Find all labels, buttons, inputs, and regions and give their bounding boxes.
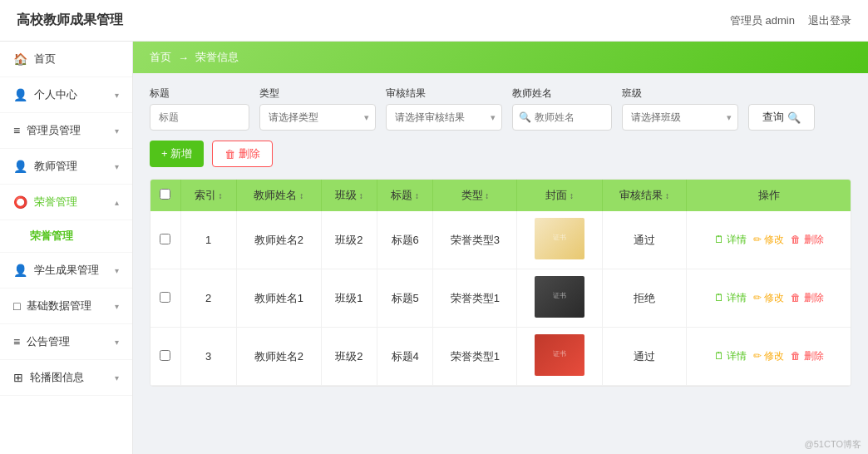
th-title[interactable]: 标题 bbox=[377, 180, 433, 211]
add-label: + 新增 bbox=[161, 146, 192, 161]
table-row: 3 教师姓名2 班级2 标题4 荣誉类型1 证书 通过 🗒 详情 ✏ 修改 🗑 … bbox=[150, 328, 851, 386]
th-type[interactable]: 类型 bbox=[433, 180, 517, 211]
logout-button[interactable]: 退出登录 bbox=[808, 13, 851, 28]
remove-button[interactable]: 🗑 删除 bbox=[791, 349, 823, 363]
sidebar-item-home[interactable]: 🏠 首页 bbox=[0, 42, 132, 77]
sidebar-item-label: 学生成果管理 bbox=[34, 263, 99, 278]
detail-button[interactable]: 🗒 详情 bbox=[714, 349, 747, 363]
select-all-checkbox[interactable] bbox=[160, 189, 170, 200]
chevron-down-icon: ▾ bbox=[115, 162, 119, 171]
sidebar-item-basic[interactable]: □ 基础数据管理 ▾ bbox=[0, 289, 132, 324]
th-class[interactable]: 班级 bbox=[321, 180, 377, 211]
type-select[interactable]: 请选择类型 荣誉类型1 荣誉类型2 荣誉类型3 bbox=[259, 104, 376, 131]
watermark: @51CTO博客 bbox=[805, 438, 861, 451]
row-index: 1 bbox=[180, 211, 236, 269]
op-buttons: 🗒 详情 ✏ 修改 🗑 删除 bbox=[693, 291, 844, 305]
filter-teacher-label: 教师姓名 bbox=[512, 86, 612, 101]
row-ops: 🗒 详情 ✏ 修改 🗑 删除 bbox=[687, 211, 851, 269]
admin-icon: ≡ bbox=[13, 124, 20, 137]
audit-select[interactable]: 请选择审核结果 通过 拒绝 bbox=[386, 104, 502, 131]
filter-audit-group: 审核结果 请选择审核结果 通过 拒绝 bbox=[386, 86, 502, 131]
query-button[interactable]: 查询 🔍 bbox=[748, 104, 815, 131]
row-ops: 🗒 详情 ✏ 修改 🗑 删除 bbox=[687, 328, 851, 386]
sidebar-sub-item-honor-manage[interactable]: 荣誉管理 bbox=[0, 220, 132, 253]
row-cover: 证书 bbox=[517, 211, 602, 269]
remove-button[interactable]: 🗑 删除 bbox=[791, 233, 823, 247]
row-audit: 通过 bbox=[602, 328, 687, 386]
main-content: 首页 → 荣誉信息 标题 类型 请选择类型 荣誉类型1 荣誉类型2 bbox=[133, 42, 868, 454]
filter-type-group: 类型 请选择类型 荣誉类型1 荣誉类型2 荣誉类型3 bbox=[259, 86, 376, 131]
chevron-up-icon: ▴ bbox=[115, 198, 119, 207]
sidebar-item-notice[interactable]: ≡ 公告管理 ▾ bbox=[0, 324, 132, 360]
add-button[interactable]: + 新增 bbox=[150, 141, 204, 167]
table-header-row: 索引 教师姓名 班级 标题 类型 封面 审核结果 操作 bbox=[150, 180, 851, 211]
title-input[interactable] bbox=[150, 104, 249, 131]
content-area: 标题 类型 请选择类型 荣誉类型1 荣誉类型2 荣誉类型3 bbox=[133, 73, 868, 400]
batch-delete-button[interactable]: 🗑 删除 bbox=[212, 141, 273, 167]
sidebar-item-label: 教师管理 bbox=[34, 159, 77, 174]
row-checkbox[interactable] bbox=[150, 328, 180, 386]
row-checkbox[interactable] bbox=[150, 211, 180, 269]
sidebar-item-label: 首页 bbox=[34, 52, 56, 67]
filter-audit-label: 审核结果 bbox=[386, 86, 502, 101]
breadcrumb-home[interactable]: 首页 bbox=[150, 50, 171, 65]
edit-button[interactable]: ✏ 修改 bbox=[753, 349, 784, 363]
query-icon: 🔍 bbox=[787, 111, 801, 124]
edit-button[interactable]: ✏ 修改 bbox=[753, 233, 784, 247]
query-btn-group: 查询 🔍 bbox=[748, 89, 815, 131]
th-audit[interactable]: 审核结果 bbox=[602, 180, 687, 211]
detail-button[interactable]: 🗒 详情 bbox=[714, 233, 747, 247]
cover-image: 证书 bbox=[535, 334, 584, 376]
table-row: 2 教师姓名1 班级1 标题5 荣誉类型1 证书 拒绝 🗒 详情 ✏ 修改 🗑 … bbox=[150, 269, 851, 328]
filter-class-label: 班级 bbox=[622, 86, 738, 101]
teacher-icon: 👤 bbox=[13, 160, 27, 173]
th-teacher[interactable]: 教师姓名 bbox=[236, 180, 321, 211]
row-title: 标题4 bbox=[377, 328, 433, 386]
row-class: 班级2 bbox=[321, 211, 377, 269]
filter-teacher-group: 教师姓名 🔍 bbox=[512, 86, 612, 131]
row-ops: 🗒 详情 ✏ 修改 🗑 删除 bbox=[687, 269, 851, 328]
chevron-down-icon: ▾ bbox=[115, 91, 119, 100]
th-cover[interactable]: 封面 bbox=[517, 180, 602, 211]
sidebar-item-teacher[interactable]: 👤 教师管理 ▾ bbox=[0, 149, 132, 185]
row-index: 2 bbox=[180, 269, 236, 328]
class-select[interactable]: 请选择班级 班级1 班级2 bbox=[622, 104, 738, 131]
filter-title-group: 标题 bbox=[150, 86, 249, 131]
row-checkbox[interactable] bbox=[150, 269, 180, 328]
sidebar-item-personal[interactable]: 👤 个人中心 ▾ bbox=[0, 77, 132, 113]
th-index[interactable]: 索引 bbox=[180, 180, 236, 211]
sidebar-item-admin[interactable]: ≡ 管理员管理 ▾ bbox=[0, 113, 132, 149]
chevron-down-icon: ▾ bbox=[115, 373, 119, 382]
row-type: 荣誉类型1 bbox=[433, 269, 517, 328]
th-checkbox bbox=[150, 180, 180, 211]
sidebar-item-honor[interactable]: ⭕ 荣誉管理 ▴ bbox=[0, 185, 132, 220]
detail-button[interactable]: 🗒 详情 bbox=[714, 291, 747, 305]
row-audit: 拒绝 bbox=[602, 269, 687, 328]
row-title: 标题5 bbox=[377, 269, 433, 328]
notice-icon: ≡ bbox=[13, 335, 20, 348]
op-buttons: 🗒 详情 ✏ 修改 🗑 删除 bbox=[693, 233, 844, 247]
query-label: 查询 bbox=[762, 110, 784, 125]
chevron-down-icon: ▾ bbox=[115, 126, 119, 136]
banner-icon: ⊞ bbox=[13, 371, 23, 384]
remove-button[interactable]: 🗑 删除 bbox=[791, 291, 823, 305]
filter-type-label: 类型 bbox=[259, 86, 376, 101]
sidebar-item-label: 荣誉管理 bbox=[34, 195, 77, 210]
th-ops: 操作 bbox=[687, 180, 851, 211]
student-icon: 👤 bbox=[13, 264, 27, 277]
breadcrumb-current: 荣誉信息 bbox=[195, 50, 239, 65]
admin-label: 管理员 admin bbox=[730, 13, 795, 28]
audit-select-wrapper: 请选择审核结果 通过 拒绝 bbox=[386, 104, 502, 131]
teacher-search-wrapper: 🔍 bbox=[512, 104, 612, 131]
chevron-down-icon: ▾ bbox=[115, 338, 119, 347]
sidebar-item-label: 个人中心 bbox=[34, 87, 77, 102]
header: 高校教师成果管理 管理员 admin 退出登录 bbox=[0, 0, 868, 42]
sidebar: 🏠 首页 👤 个人中心 ▾ ≡ 管理员管理 ▾ 👤 教师管理 ▾ ⭕ 荣誉管理 … bbox=[0, 42, 133, 454]
sidebar-item-banner[interactable]: ⊞ 轮播图信息 ▾ bbox=[0, 360, 132, 396]
sidebar-item-student[interactable]: 👤 学生成果管理 ▾ bbox=[0, 253, 132, 289]
edit-button[interactable]: ✏ 修改 bbox=[753, 291, 784, 305]
data-table: 索引 教师姓名 班级 标题 类型 封面 审核结果 操作 1 教师姓名2 bbox=[150, 180, 851, 386]
row-title: 标题6 bbox=[377, 211, 433, 269]
sidebar-sub-item-label: 荣誉管理 bbox=[30, 229, 73, 242]
delete-icon: 🗑 bbox=[224, 148, 235, 160]
